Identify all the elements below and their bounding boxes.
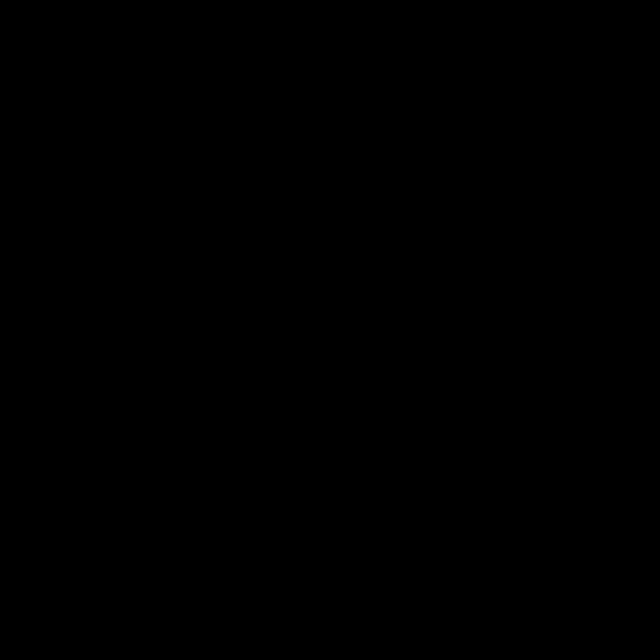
chart-container bbox=[0, 0, 644, 644]
data-curve bbox=[24, 24, 620, 620]
plot-area bbox=[24, 24, 620, 620]
